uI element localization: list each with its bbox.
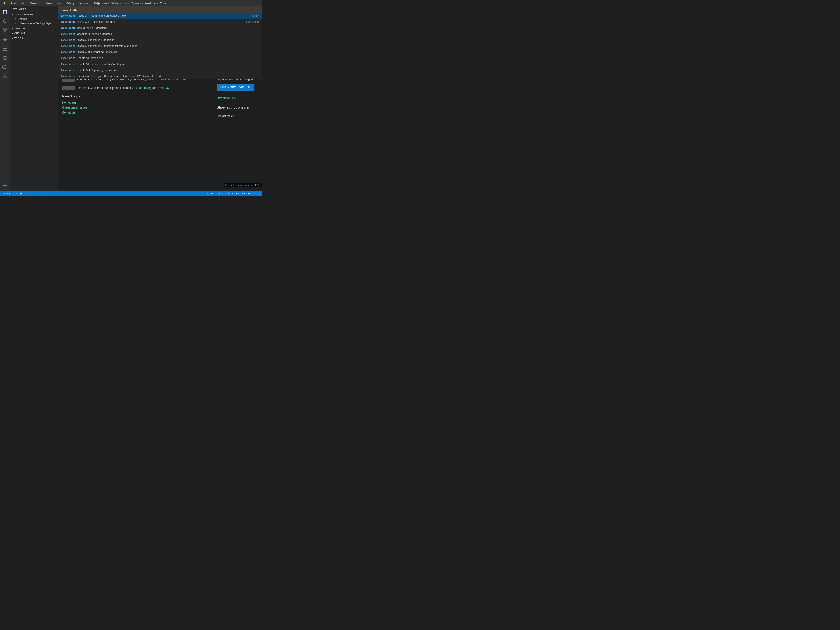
command-category-9: Extensions:: [61, 68, 76, 72]
welcome-right: Login via Github or configure t LOGIN WI…: [217, 77, 258, 117]
command-category-1: Developer:: [61, 20, 75, 23]
update-item-2: Improve UX for the Force Upload (Thanks …: [62, 86, 210, 90]
pr1042-link[interactable]: #1042: [161, 86, 170, 90]
sidebar: Explorer ▼ Open Editors ≡ Settings ✕ ≡ W…: [10, 6, 58, 191]
contribute-link[interactable]: Contribute: [62, 111, 210, 114]
download-pub-link[interactable]: Download Pub: [217, 96, 258, 100]
sidebar-item-settings[interactable]: ≡ Settings: [10, 17, 58, 21]
open-editors-chevron: ▼: [12, 14, 14, 16]
status-language[interactable]: HTML: [248, 192, 255, 195]
status-bar: ⎇ main ⚠ 0 ⚡ 0 Ln 1, Col 1 Spaces: 4 UTF…: [0, 191, 262, 196]
menu-file[interactable]: File: [10, 1, 17, 5]
need-help-heading: Need Help?: [62, 95, 210, 98]
open-editors-header[interactable]: ▼ Open Editors: [10, 13, 58, 17]
command-category-5: Extensions:: [61, 44, 76, 47]
menu-view[interactable]: View: [45, 1, 54, 5]
status-spaces[interactable]: Spaces: 4: [218, 192, 229, 195]
command-item-5[interactable]: Extensions: Disable All Installed Extens…: [58, 43, 262, 49]
menu-bar: File Edit Selection View Go Debug Termin…: [10, 1, 101, 5]
outline-label: Outline: [14, 32, 25, 35]
command-name-5: Disable All Installed Extensions for thi…: [77, 44, 137, 47]
status-line-ending[interactable]: LF: [242, 192, 245, 195]
activity-source-control[interactable]: [1, 26, 9, 35]
status-sync[interactable]: ☁: [258, 192, 261, 195]
command-name-1: Reload With Extensions Disabled: [76, 20, 115, 23]
activity-settings[interactable]: [1, 181, 9, 189]
welcome-close-icon[interactable]: ✕: [15, 22, 17, 25]
svg-point-18: [4, 74, 6, 76]
command-item-7[interactable]: Extensions: Enable All Extensions: [58, 55, 262, 61]
command-name-9: Enable Auto Updating Extensions: [77, 68, 117, 72]
settings-file-label: Settings: [18, 17, 28, 21]
activity-folder[interactable]: [1, 63, 9, 71]
menu-go[interactable]: Go: [56, 1, 62, 5]
command-category-6: Extensions:: [61, 51, 76, 54]
svg-rect-11: [3, 47, 5, 49]
command-item-6[interactable]: Extensions: Disable Auto Updating Extens…: [58, 49, 262, 55]
command-item-1[interactable]: Developer: Reload With Extensions Disabl…: [58, 19, 262, 25]
command-hint-1: other comm: [246, 21, 259, 23]
menu-edit[interactable]: Edit: [19, 1, 27, 5]
sidebar-item-welcome[interactable]: ✕ ≡ Welcome to Settings Sync: [10, 21, 58, 25]
window-title: Welcome to Settings Sync - 32project - V…: [96, 2, 166, 5]
outline-section: ▶ Outline: [10, 31, 58, 36]
svg-point-5: [6, 28, 7, 30]
command-name-7: Enable All Extensions: [77, 57, 103, 60]
activity-account[interactable]: [1, 72, 9, 81]
title-bar: ⚡ File Edit Selection View Go Debug Term…: [0, 0, 262, 6]
command-palette: Extensions: Focus on Programming Languag…: [58, 6, 262, 79]
sidebar-header: Explorer: [10, 6, 58, 12]
activity-search[interactable]: [1, 17, 9, 25]
project-chevron: ▶: [12, 27, 14, 30]
command-item-3[interactable]: Extensions: Check for Extension Updates: [58, 31, 262, 37]
svg-point-2: [3, 20, 6, 22]
questions-link[interactable]: Questions & Issues: [62, 106, 210, 109]
command-item-2[interactable]: Developer: Show Running Extensions: [58, 25, 262, 31]
command-input-bar: [58, 6, 262, 13]
status-warnings[interactable]: ⚡ 0: [20, 192, 25, 195]
command-category-7: Extensions:: [61, 57, 76, 60]
activity-extensions[interactable]: [1, 44, 9, 53]
main-layout: Explorer ▼ Open Editors ≡ Settings ✕ ≡ W…: [0, 6, 262, 191]
command-input[interactable]: [61, 8, 260, 11]
svg-point-8: [4, 38, 6, 39]
show-sponsors-heading: Show You Sponsors: [217, 106, 258, 109]
command-item-4[interactable]: Extensions: Disable All Installed Extens…: [58, 37, 262, 43]
svg-rect-0: [3, 10, 5, 14]
todos-header[interactable]: ▶ Todos: [10, 36, 58, 40]
command-item-9[interactable]: Extensions: Enable Auto Updating Extensi…: [58, 67, 262, 73]
status-encoding[interactable]: UTF-8: [232, 192, 239, 195]
command-item-0[interactable]: Extensions: Focus on Programming Languag…: [58, 13, 262, 19]
command-item-8[interactable]: Extensions: Enable All Extensions for th…: [58, 61, 262, 67]
svg-point-19: [5, 185, 6, 186]
update-badge-2: [62, 86, 74, 90]
update-text-2: Improve UX for the Force Upload (Thanks …: [77, 86, 171, 90]
activity-explorer[interactable]: [1, 8, 9, 16]
activity-remote[interactable]: [1, 54, 9, 62]
todos-section: ▶ Todos: [10, 36, 58, 41]
command-hint-0: recently: [251, 14, 259, 17]
karllunarg-link[interactable]: @karl-lunarg: [135, 86, 152, 90]
vscode-logo-icon: ⚡: [2, 1, 7, 5]
menu-debug[interactable]: Debug: [65, 1, 75, 5]
project-header[interactable]: ▶ 32PROJECT: [10, 26, 58, 30]
menu-terminal[interactable]: Terminal: [77, 1, 90, 5]
command-name-0: Focus on Programming Languages View: [77, 14, 126, 17]
command-item-10[interactable]: Extensions: Extensions: Configure Recomm…: [58, 73, 262, 79]
outline-chevron: ▶: [12, 32, 14, 35]
menu-selection[interactable]: Selection: [29, 1, 43, 5]
outline-header[interactable]: ▶ Outline: [10, 31, 58, 35]
project-section: ▶ 32PROJECT: [10, 26, 58, 31]
homepage-link[interactable]: Homepage: [62, 101, 210, 104]
login-github-button[interactable]: LOGIN WITH GITHUB: [217, 84, 254, 92]
activity-debug[interactable]: [1, 35, 9, 44]
svg-line-3: [6, 22, 7, 24]
project-label: 32PROJECT: [14, 27, 29, 30]
status-right: Ln 1, Col 1 Spaces: 4 UTF-8 LF HTML ☁: [203, 192, 261, 195]
command-category-4: Extensions:: [61, 38, 76, 41]
status-position[interactable]: Ln 1, Col 1: [203, 192, 215, 195]
status-errors[interactable]: ⚠ 0: [13, 192, 17, 195]
command-name-3: Check for Extension Updates: [77, 32, 112, 35]
status-branch[interactable]: ⎇ main: [2, 192, 11, 195]
command-dropdown: Extensions: Focus on Programming Languag…: [58, 13, 262, 79]
